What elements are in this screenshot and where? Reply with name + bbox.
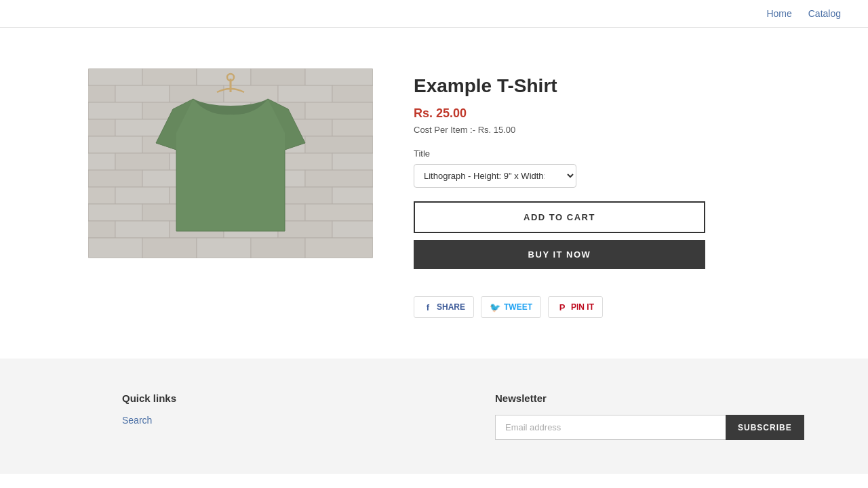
svg-rect-7 (115, 85, 170, 102)
footer-link-search[interactable]: Search (122, 415, 468, 426)
svg-rect-2 (142, 68, 197, 85)
svg-rect-39 (88, 187, 115, 204)
svg-rect-56 (88, 238, 142, 258)
footer-newsletter: Newsletter SUBSCRIBE (468, 392, 841, 440)
svg-rect-1 (88, 68, 142, 85)
product-title: Example T-Shirt (414, 75, 780, 97)
svg-rect-32 (278, 153, 332, 170)
svg-rect-10 (278, 85, 332, 102)
add-to-cart-button[interactable]: ADD TO CART (414, 201, 705, 233)
buy-it-now-button[interactable]: BUY IT NOW (414, 240, 705, 269)
svg-rect-23 (88, 136, 142, 153)
svg-rect-3 (197, 68, 251, 85)
site-footer: Quick links Search Newsletter SUBSCRIBE (0, 359, 868, 474)
svg-rect-50 (88, 221, 115, 238)
svg-rect-51 (115, 221, 170, 238)
facebook-icon: f (422, 302, 433, 312)
social-share: f SHARE 🐦 TWEET P PIN IT (414, 296, 780, 318)
svg-rect-43 (278, 187, 332, 204)
svg-rect-58 (197, 238, 251, 258)
newsletter-heading: Newsletter (495, 392, 841, 404)
email-input[interactable] (495, 415, 726, 440)
svg-rect-33 (332, 153, 373, 170)
svg-rect-4 (251, 68, 305, 85)
svg-rect-5 (305, 68, 373, 85)
svg-rect-12 (88, 102, 142, 119)
svg-rect-17 (88, 119, 115, 136)
product-details: Example T-Shirt Rs. 25.00 Cost Per Item … (414, 68, 780, 318)
variant-select[interactable]: Lithograph - Height: 9" x Width: (414, 164, 576, 188)
svg-rect-11 (332, 85, 373, 102)
twitter-icon: 🐦 (490, 302, 500, 312)
pin-label: PIN IT (571, 302, 594, 312)
svg-rect-54 (278, 221, 332, 238)
svg-rect-6 (88, 85, 115, 102)
facebook-share-button[interactable]: f SHARE (414, 296, 474, 318)
svg-rect-34 (88, 170, 142, 187)
nav-catalog[interactable]: Catalog (808, 8, 841, 19)
site-header: Home Catalog (0, 0, 868, 28)
twitter-share-button[interactable]: 🐦 TWEET (481, 296, 541, 318)
svg-rect-16 (305, 102, 373, 119)
newsletter-form: SUBSCRIBE (495, 415, 841, 440)
svg-rect-27 (305, 136, 373, 153)
product-image (88, 68, 373, 258)
product-image-container (88, 68, 373, 258)
svg-rect-40 (115, 187, 170, 204)
subscribe-button[interactable]: SUBSCRIBE (726, 415, 804, 440)
svg-rect-45 (88, 204, 142, 221)
footer-quick-links: Quick links Search (27, 392, 468, 440)
title-field-label: Title (414, 148, 780, 159)
nav-home[interactable]: Home (766, 8, 791, 19)
tweet-label: TWEET (504, 302, 532, 312)
main-nav: Home Catalog (766, 8, 841, 19)
svg-rect-44 (332, 187, 373, 204)
quick-links-heading: Quick links (122, 392, 468, 404)
share-label: SHARE (437, 302, 465, 312)
svg-rect-29 (115, 153, 170, 170)
svg-rect-28 (88, 153, 115, 170)
svg-rect-38 (305, 170, 373, 187)
product-page: Example T-Shirt Rs. 25.00 Cost Per Item … (61, 68, 807, 318)
svg-rect-59 (251, 238, 305, 258)
svg-rect-8 (170, 85, 224, 102)
pinterest-icon: P (557, 302, 568, 312)
svg-rect-60 (305, 238, 373, 258)
svg-rect-55 (332, 221, 373, 238)
svg-rect-57 (142, 238, 197, 258)
svg-rect-22 (332, 119, 373, 136)
pinterest-share-button[interactable]: P PIN IT (548, 296, 603, 318)
cost-per-item: Cost Per Item :- Rs. 15.00 (414, 125, 780, 135)
svg-rect-49 (305, 204, 373, 221)
product-price: Rs. 25.00 (414, 106, 780, 121)
